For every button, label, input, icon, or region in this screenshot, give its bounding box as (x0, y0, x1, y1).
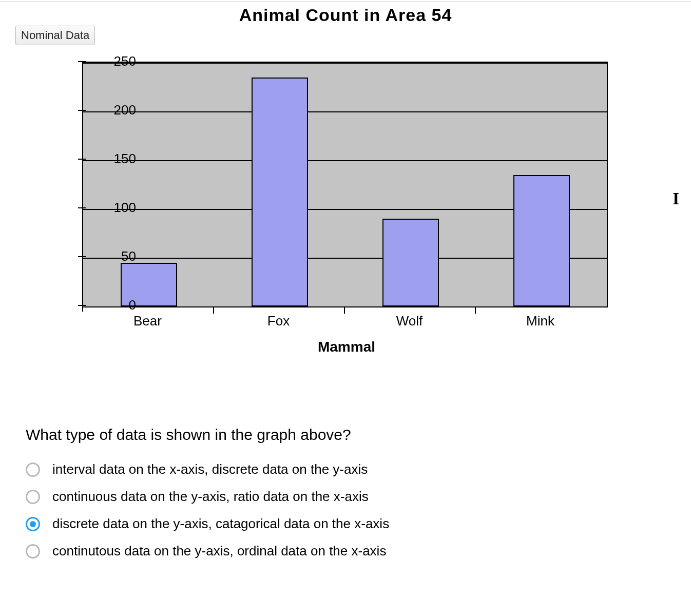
y-tick-label: 100 (90, 200, 136, 216)
text-cursor-icon: I (673, 189, 679, 208)
x-axis-label: Mammal (26, 339, 667, 355)
bar-wolf (382, 219, 439, 306)
plot-area (82, 62, 608, 307)
y-tick-label: 250 (90, 53, 136, 69)
gridline (83, 111, 607, 112)
x-category-label: Fox (227, 313, 330, 329)
nominal-data-button[interactable]: Nominal Data (15, 26, 95, 45)
option-label: continutous data on the y-axis, ordinal … (52, 543, 386, 559)
top-divider (0, 1, 691, 2)
y-tick-mark (78, 61, 86, 62)
gridline (83, 160, 607, 161)
y-tick-mark (78, 305, 86, 306)
bar-mink (513, 175, 570, 307)
question-block: What type of data is shown in the graph … (26, 426, 670, 567)
chart-title: Animal Count in Area 54 (0, 5, 691, 25)
x-tick-mark (344, 306, 345, 314)
y-tick-label: 50 (90, 248, 136, 264)
option-row-1[interactable]: continuous data on the y-axis, ratio dat… (26, 485, 670, 508)
option-row-2[interactable]: discrete data on the y-axis, catagorical… (26, 512, 670, 535)
option-row-0[interactable]: interval data on the x-axis, discrete da… (26, 458, 670, 481)
bar-chart: Count (per week) 050100150200250 BearFox… (26, 51, 667, 390)
y-tick-mark (78, 110, 86, 111)
y-tick-mark (78, 207, 86, 208)
radio-button[interactable] (26, 544, 40, 559)
x-tick-mark (82, 306, 83, 312)
radio-button[interactable] (26, 517, 40, 531)
x-tick-mark (475, 306, 476, 314)
radio-button[interactable] (26, 490, 40, 504)
x-category-label: Bear (97, 313, 199, 329)
option-row-3[interactable]: continutous data on the y-axis, ordinal … (26, 540, 670, 563)
y-tick-label: 200 (90, 102, 136, 118)
gridline (83, 63, 607, 64)
x-category-label: Wolf (358, 313, 461, 329)
option-label: continuous data on the y-axis, ratio dat… (52, 489, 369, 505)
radio-button[interactable] (26, 463, 40, 477)
bar-fox (252, 78, 308, 307)
x-tick-mark (213, 306, 214, 314)
y-tick-mark (78, 256, 86, 257)
option-label: interval data on the x-axis, discrete da… (52, 461, 368, 477)
y-tick-label: 0 (90, 297, 136, 313)
y-tick-mark (78, 159, 86, 160)
y-tick-label: 150 (90, 151, 136, 167)
option-label: discrete data on the y-axis, catagorical… (52, 516, 389, 532)
question-prompt: What type of data is shown in the graph … (26, 426, 670, 444)
x-category-label: Mink (489, 313, 592, 329)
